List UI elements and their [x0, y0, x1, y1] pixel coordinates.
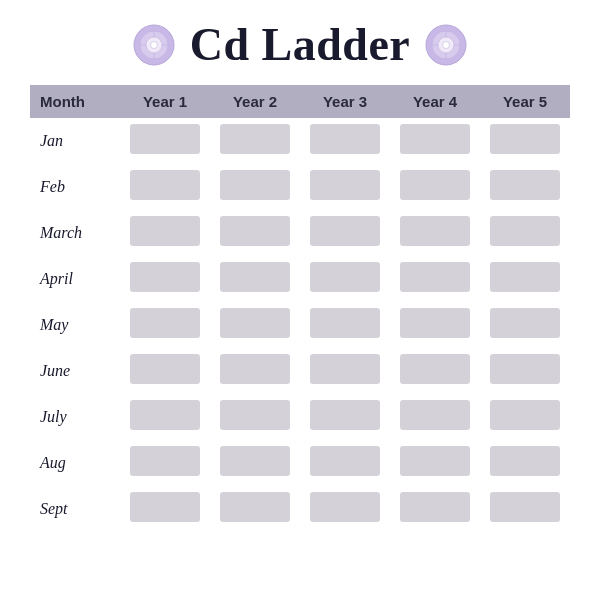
data-cell-row1-year2[interactable] — [210, 164, 300, 210]
input-box[interactable] — [220, 262, 290, 292]
input-box[interactable] — [400, 216, 470, 246]
data-cell-row1-year5[interactable] — [480, 164, 570, 210]
svg-point-11 — [443, 41, 450, 48]
data-cell-row2-year5[interactable] — [480, 210, 570, 256]
input-box[interactable] — [400, 354, 470, 384]
month-cell: Feb — [30, 164, 120, 210]
input-box[interactable] — [400, 262, 470, 292]
data-cell-row1-year4[interactable] — [390, 164, 480, 210]
input-box[interactable] — [220, 492, 290, 522]
data-cell-row3-year1[interactable] — [120, 256, 210, 302]
input-box[interactable] — [490, 262, 560, 292]
data-cell-row8-year2[interactable] — [210, 486, 300, 532]
data-cell-row8-year3[interactable] — [300, 486, 390, 532]
data-cell-row5-year4[interactable] — [390, 348, 480, 394]
data-cell-row7-year5[interactable] — [480, 440, 570, 486]
data-cell-row4-year1[interactable] — [120, 302, 210, 348]
input-box[interactable] — [400, 124, 470, 154]
input-box[interactable] — [490, 124, 560, 154]
data-cell-row4-year4[interactable] — [390, 302, 480, 348]
input-box[interactable] — [400, 446, 470, 476]
data-cell-row0-year4[interactable] — [390, 118, 480, 164]
input-box[interactable] — [130, 170, 200, 200]
data-cell-row2-year1[interactable] — [120, 210, 210, 256]
input-box[interactable] — [310, 446, 380, 476]
input-box[interactable] — [310, 492, 380, 522]
input-box[interactable] — [490, 400, 560, 430]
data-cell-row6-year2[interactable] — [210, 394, 300, 440]
table-row: May — [30, 302, 570, 348]
data-cell-row3-year2[interactable] — [210, 256, 300, 302]
data-cell-row1-year3[interactable] — [300, 164, 390, 210]
input-box[interactable] — [490, 308, 560, 338]
input-box[interactable] — [400, 492, 470, 522]
data-cell-row5-year5[interactable] — [480, 348, 570, 394]
input-box[interactable] — [220, 124, 290, 154]
col-month: Month — [30, 85, 120, 118]
input-box[interactable] — [130, 446, 200, 476]
input-box[interactable] — [400, 308, 470, 338]
input-box[interactable] — [490, 354, 560, 384]
data-cell-row3-year5[interactable] — [480, 256, 570, 302]
input-box[interactable] — [310, 400, 380, 430]
data-cell-row7-year1[interactable] — [120, 440, 210, 486]
data-cell-row0-year1[interactable] — [120, 118, 210, 164]
input-box[interactable] — [310, 170, 380, 200]
data-cell-row6-year1[interactable] — [120, 394, 210, 440]
input-box[interactable] — [310, 354, 380, 384]
data-cell-row6-year4[interactable] — [390, 394, 480, 440]
col-year3: Year 3 — [300, 85, 390, 118]
input-box[interactable] — [130, 262, 200, 292]
data-cell-row7-year4[interactable] — [390, 440, 480, 486]
input-box[interactable] — [130, 492, 200, 522]
data-cell-row5-year3[interactable] — [300, 348, 390, 394]
input-box[interactable] — [310, 216, 380, 246]
col-year1: Year 1 — [120, 85, 210, 118]
data-cell-row3-year3[interactable] — [300, 256, 390, 302]
input-box[interactable] — [310, 124, 380, 154]
input-box[interactable] — [130, 354, 200, 384]
data-cell-row8-year4[interactable] — [390, 486, 480, 532]
data-cell-row2-year4[interactable] — [390, 210, 480, 256]
month-cell: Aug — [30, 440, 120, 486]
data-cell-row2-year2[interactable] — [210, 210, 300, 256]
input-box[interactable] — [400, 170, 470, 200]
data-cell-row4-year5[interactable] — [480, 302, 570, 348]
data-cell-row6-year3[interactable] — [300, 394, 390, 440]
input-box[interactable] — [130, 124, 200, 154]
table-row: Aug — [30, 440, 570, 486]
data-cell-row0-year2[interactable] — [210, 118, 300, 164]
input-box[interactable] — [130, 400, 200, 430]
data-cell-row3-year4[interactable] — [390, 256, 480, 302]
input-box[interactable] — [130, 216, 200, 246]
input-box[interactable] — [310, 308, 380, 338]
input-box[interactable] — [490, 492, 560, 522]
data-cell-row8-year5[interactable] — [480, 486, 570, 532]
month-cell: March — [30, 210, 120, 256]
data-cell-row4-year3[interactable] — [300, 302, 390, 348]
data-cell-row5-year1[interactable] — [120, 348, 210, 394]
data-cell-row5-year2[interactable] — [210, 348, 300, 394]
data-cell-row7-year3[interactable] — [300, 440, 390, 486]
input-box[interactable] — [220, 354, 290, 384]
input-box[interactable] — [220, 216, 290, 246]
data-cell-row0-year3[interactable] — [300, 118, 390, 164]
input-box[interactable] — [400, 400, 470, 430]
data-cell-row6-year5[interactable] — [480, 394, 570, 440]
input-box[interactable] — [490, 446, 560, 476]
data-cell-row0-year5[interactable] — [480, 118, 570, 164]
input-box[interactable] — [310, 262, 380, 292]
data-cell-row7-year2[interactable] — [210, 440, 300, 486]
input-box[interactable] — [490, 216, 560, 246]
input-box[interactable] — [490, 170, 560, 200]
data-cell-row1-year1[interactable] — [120, 164, 210, 210]
input-box[interactable] — [220, 308, 290, 338]
data-cell-row8-year1[interactable] — [120, 486, 210, 532]
input-box[interactable] — [130, 308, 200, 338]
input-box[interactable] — [220, 170, 290, 200]
data-cell-row2-year3[interactable] — [300, 210, 390, 256]
cd-icon-right — [424, 23, 468, 67]
data-cell-row4-year2[interactable] — [210, 302, 300, 348]
input-box[interactable] — [220, 446, 290, 476]
input-box[interactable] — [220, 400, 290, 430]
